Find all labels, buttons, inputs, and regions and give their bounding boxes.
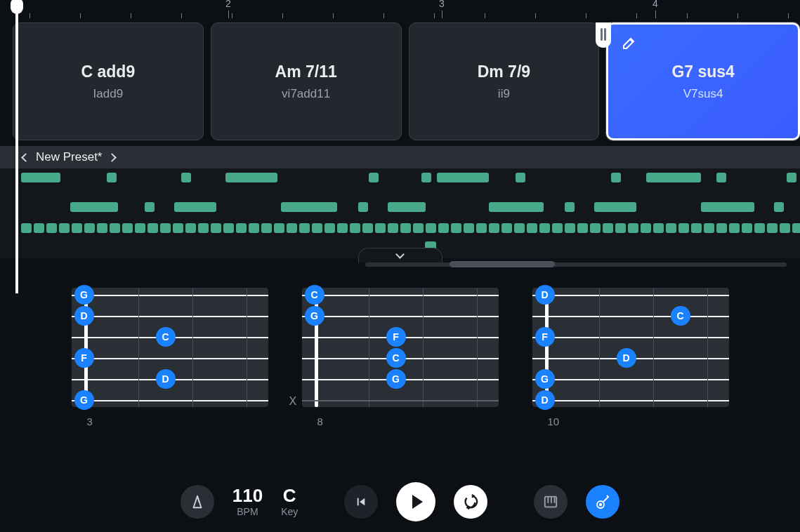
midi-note[interactable]: [181, 173, 191, 182]
scroll-track[interactable]: [365, 262, 787, 267]
key-control[interactable]: C Key: [281, 486, 298, 517]
midi-note[interactable]: [594, 202, 636, 212]
midi-note[interactable]: [70, 202, 118, 212]
midi-note[interactable]: [451, 223, 461, 233]
midi-note[interactable]: [299, 223, 310, 233]
chord-block[interactable]: Dm 7/9ii9: [409, 22, 600, 140]
midi-note[interactable]: [565, 223, 575, 233]
midi-note[interactable]: [160, 223, 171, 233]
midi-note[interactable]: [72, 223, 82, 233]
midi-note[interactable]: [21, 173, 60, 182]
midi-note[interactable]: [792, 223, 800, 233]
voicing[interactable]: GDCFDG3: [72, 288, 268, 427]
midi-note[interactable]: [577, 223, 588, 233]
midi-note[interactable]: [716, 173, 726, 182]
midi-note[interactable]: [666, 223, 676, 233]
midi-note[interactable]: [400, 223, 411, 233]
midi-note[interactable]: [107, 173, 117, 182]
chord-block[interactable]: G7 sus4V7sus4: [606, 22, 800, 140]
midi-note[interactable]: [223, 223, 234, 233]
preset-name[interactable]: New Preset*: [36, 150, 102, 164]
play-button[interactable]: [396, 482, 435, 521]
midi-note[interactable]: [281, 202, 337, 212]
midi-note[interactable]: [426, 223, 436, 233]
midi-note[interactable]: [21, 223, 32, 233]
midi-note[interactable]: [774, 202, 784, 212]
chord-block[interactable]: Am 7/11vi7add11: [211, 22, 402, 140]
midi-note[interactable]: [489, 223, 499, 233]
midi-note[interactable]: [225, 173, 277, 182]
midi-note[interactable]: [312, 223, 322, 233]
piano-roll[interactable]: [0, 168, 800, 258]
chevron-left-icon[interactable]: [21, 153, 30, 162]
midi-note[interactable]: [678, 223, 689, 233]
scroll-thumb[interactable]: [450, 261, 555, 267]
midi-note[interactable]: [84, 223, 95, 233]
midi-note[interactable]: [565, 202, 575, 212]
midi-note[interactable]: [438, 223, 449, 233]
loop-button[interactable]: [454, 485, 487, 519]
edit-icon[interactable]: [621, 34, 638, 51]
midi-note[interactable]: [236, 223, 247, 233]
voicing[interactable]: CGFCGX8: [302, 288, 499, 427]
midi-note[interactable]: [324, 223, 335, 233]
voicing[interactable]: DCFDGD10: [532, 288, 729, 427]
playhead[interactable]: [15, 0, 18, 293]
midi-note[interactable]: [646, 173, 701, 182]
midi-note[interactable]: [742, 223, 752, 233]
midi-note[interactable]: [539, 223, 550, 233]
midi-note[interactable]: [122, 223, 133, 233]
midi-note[interactable]: [641, 223, 651, 233]
midi-note[interactable]: [198, 223, 209, 233]
midi-note[interactable]: [362, 223, 373, 233]
piano-button[interactable]: [534, 485, 568, 519]
midi-note[interactable]: [173, 223, 183, 233]
prev-button[interactable]: [344, 485, 378, 519]
metronome-button[interactable]: [181, 485, 214, 519]
midi-note[interactable]: [46, 223, 57, 233]
midi-note[interactable]: [729, 223, 740, 233]
midi-note[interactable]: [358, 202, 368, 212]
midi-note[interactable]: [274, 223, 284, 233]
midi-note[interactable]: [369, 173, 379, 182]
midi-note[interactable]: [174, 202, 216, 212]
midi-note[interactable]: [628, 223, 638, 233]
midi-note[interactable]: [375, 223, 386, 233]
midi-note[interactable]: [501, 223, 512, 233]
midi-note[interactable]: [716, 223, 727, 233]
midi-note[interactable]: [287, 223, 297, 233]
midi-note[interactable]: [110, 223, 120, 233]
midi-note[interactable]: [437, 173, 489, 182]
midi-note[interactable]: [421, 173, 431, 182]
midi-note[interactable]: [145, 202, 155, 212]
midi-note[interactable]: [653, 223, 664, 233]
midi-note[interactable]: [476, 223, 487, 233]
midi-note[interactable]: [611, 173, 621, 182]
midi-note[interactable]: [97, 223, 107, 233]
midi-note[interactable]: [514, 223, 525, 233]
midi-note[interactable]: [249, 223, 259, 233]
midi-note[interactable]: [704, 223, 714, 233]
midi-note[interactable]: [552, 223, 563, 233]
midi-note[interactable]: [787, 173, 796, 182]
midi-note[interactable]: [615, 223, 626, 233]
midi-note[interactable]: [350, 223, 360, 233]
midi-note[interactable]: [135, 223, 145, 233]
midi-note[interactable]: [261, 223, 272, 233]
midi-note[interactable]: [211, 223, 221, 233]
midi-note[interactable]: [388, 223, 398, 233]
midi-note[interactable]: [754, 223, 765, 233]
midi-note[interactable]: [701, 202, 754, 212]
midi-note[interactable]: [388, 202, 426, 212]
chord-block[interactable]: C add9Iadd9: [13, 22, 204, 140]
midi-note[interactable]: [590, 223, 601, 233]
bpm-control[interactable]: 110 BPM: [232, 486, 263, 517]
midi-note[interactable]: [691, 223, 702, 233]
midi-note[interactable]: [147, 223, 158, 233]
midi-note[interactable]: [516, 173, 525, 182]
midi-note[interactable]: [603, 223, 613, 233]
chevron-right-icon[interactable]: [108, 153, 117, 162]
midi-note[interactable]: [489, 202, 544, 212]
midi-note[interactable]: [413, 223, 424, 233]
guitar-button[interactable]: [586, 485, 619, 519]
